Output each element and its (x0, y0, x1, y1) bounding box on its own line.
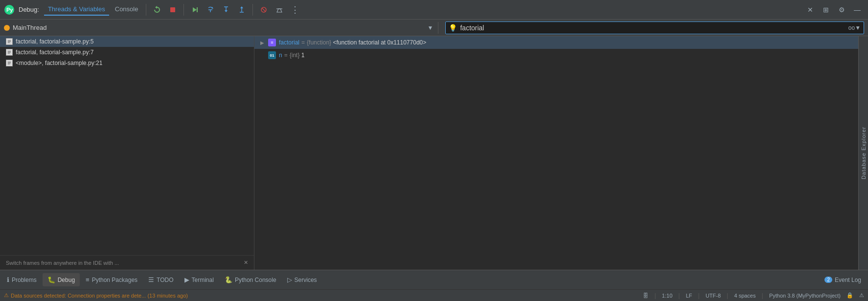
tab-problems[interactable]: ℹ Problems (2, 273, 42, 286)
tab-python-console[interactable]: 🐍 Python Console (220, 273, 281, 286)
debug-title: Debug: (19, 6, 39, 13)
sep2 (183, 4, 184, 16)
frame-item[interactable]: factorial, factorial-sample.py:5 (0, 36, 254, 47)
var-type-icon: 01 (268, 51, 276, 59)
tab-console[interactable]: Console (111, 3, 142, 16)
status-lock: 🔒 (846, 292, 853, 299)
var-name: n (279, 52, 282, 59)
svg-rect-2 (170, 7, 175, 12)
thread-dropdown[interactable]: ▼ (428, 24, 434, 31)
tab-python-packages[interactable]: ≡ Python Packages (81, 273, 142, 286)
frames-pane: factorial, factorial-sample.py:5 factori… (0, 36, 254, 270)
database-explorer-label[interactable]: Database Explorer (861, 127, 867, 179)
step-into-button[interactable] (219, 3, 233, 17)
status-indent[interactable]: 4 spaces (734, 293, 755, 299)
status-sep: | (761, 292, 763, 299)
status-python-version[interactable]: Python 3.8 (MyPythonProject) (769, 293, 841, 299)
regex-button[interactable]: oo (848, 24, 855, 31)
todo-icon: ☰ (148, 276, 154, 283)
status-sep: | (698, 292, 700, 299)
thread-sep (438, 22, 438, 34)
svg-line-15 (262, 8, 266, 12)
terminal-label: Terminal (192, 277, 214, 283)
thread-name: MainThread (13, 24, 425, 31)
status-position[interactable]: 1:10 (662, 293, 672, 299)
frame-label: factorial, factorial-sample.py:7 (16, 49, 93, 56)
more-button[interactable]: ⋮ (288, 3, 302, 17)
sep3 (252, 4, 253, 16)
search-dropdown-arrow[interactable]: ▼ (855, 24, 861, 31)
variables-pane: ▶ ≡ factorial = {function} <function fac… (254, 36, 858, 270)
search-bar: 💡 oo ▼ (445, 22, 864, 34)
mute-button[interactable] (257, 3, 271, 17)
layout-button[interactable]: ⊞ (819, 3, 833, 17)
frame-label: <module>, factorial-sample.py:21 (16, 60, 102, 66)
close-icon: ✕ (807, 6, 813, 14)
status-sep: | (678, 292, 680, 299)
status-db-icon[interactable]: 🗄 (643, 293, 648, 299)
svg-rect-4 (197, 7, 198, 12)
debug-label: Debug (58, 277, 75, 283)
frame-item[interactable]: factorial, factorial-sample.py:7 (0, 47, 254, 58)
hint-close-button[interactable]: ✕ (244, 259, 248, 266)
tab-terminal[interactable]: ▶ Terminal (180, 273, 219, 286)
minimize-button[interactable]: — (850, 3, 864, 17)
gear-icon: ⚙ (839, 6, 845, 14)
problems-icon: ℹ (7, 276, 9, 283)
variable-row[interactable]: 01 n = {int} 1 (254, 49, 858, 62)
todo-label: TODO (157, 277, 173, 283)
variable-row[interactable]: ▶ ≡ factorial = {function} <function fac… (254, 36, 858, 49)
status-bar: ⚠ Data sources detected: Connection prop… (0, 289, 868, 301)
layout-icon: ⊞ (823, 6, 829, 14)
services-label: Services (295, 277, 317, 283)
more-icon: ⋮ (291, 4, 299, 15)
var-type: {function} (307, 39, 331, 46)
thread-bar: MainThread ▼ 💡 oo ▼ (0, 20, 868, 36)
status-encoding[interactable]: UTF-8 (706, 293, 721, 299)
status-line-ending[interactable]: LF (686, 293, 692, 299)
packages-icon: ≡ (86, 276, 90, 283)
bottom-bar: ℹ Problems 🐛 Debug ≡ Python Packages ☰ T… (0, 270, 868, 289)
tab-event-log[interactable]: 2 Event Log (819, 274, 866, 286)
pycharm-logo: Py (4, 4, 15, 15)
status-sep: | (727, 292, 728, 299)
rerun-button[interactable] (150, 3, 164, 17)
resume-button[interactable] (188, 3, 202, 17)
step-over-button[interactable] (204, 3, 217, 17)
svg-marker-9 (225, 10, 228, 12)
var-equals: = (284, 52, 288, 59)
tab-todo[interactable]: ☰ TODO (143, 273, 178, 286)
step-out-button[interactable] (235, 3, 249, 17)
tab-threads-variables[interactable]: Threads & Variables (44, 3, 109, 16)
stop-button[interactable] (166, 3, 180, 17)
svg-text:Py: Py (6, 7, 13, 13)
status-sep: | (654, 292, 656, 299)
event-log-badge: 2 (824, 277, 832, 283)
right-sidebar[interactable]: Database Explorer (858, 36, 868, 270)
frame-icon (6, 60, 13, 66)
python-console-icon: 🐍 (225, 276, 232, 283)
var-name: factorial (279, 39, 299, 46)
frame-icon (6, 49, 13, 56)
var-value: 1 (299, 52, 304, 59)
tab-services[interactable]: ▷ Services (282, 273, 322, 286)
var-value: <function factorial at 0x1110770d0> (331, 39, 426, 46)
tab-debug[interactable]: 🐛 Debug (43, 273, 80, 286)
clear-button[interactable] (273, 3, 286, 17)
svg-marker-3 (193, 7, 197, 12)
frame-item[interactable]: <module>, factorial-sample.py:21 (0, 58, 254, 68)
var-type: {int} (290, 52, 300, 59)
var-equals: = (301, 39, 305, 46)
minimize-icon: — (854, 6, 861, 14)
close-button[interactable]: ✕ (803, 3, 817, 17)
event-log-label: Event Log (835, 277, 861, 283)
frame-label: factorial, factorial-sample.py:5 (16, 38, 93, 45)
search-input[interactable] (460, 24, 846, 32)
main-area: factorial, factorial-sample.py:5 factori… (0, 36, 868, 270)
status-warning[interactable]: ⚠ Data sources detected: Connection prop… (4, 292, 188, 299)
problems-label: Problems (12, 277, 37, 283)
frame-icon (6, 38, 13, 45)
expand-icon[interactable]: ▶ (260, 40, 268, 45)
thread-status-dot (4, 25, 10, 31)
settings-button[interactable]: ⚙ (835, 3, 848, 17)
